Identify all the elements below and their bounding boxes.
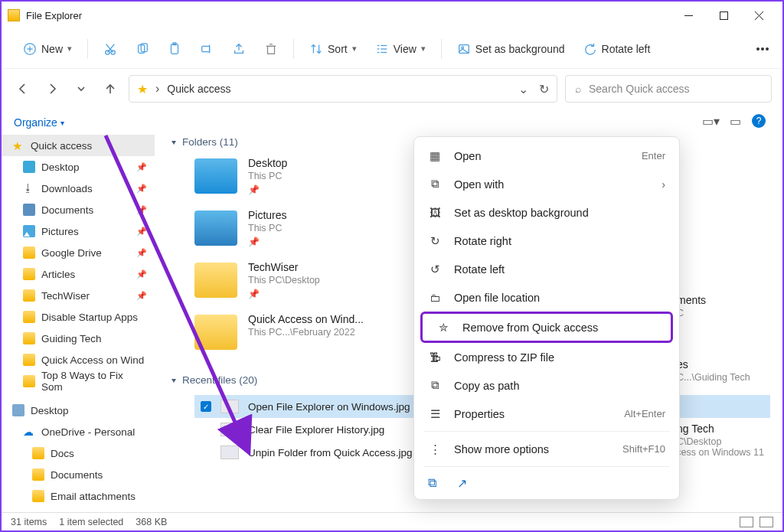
new-button[interactable]: New ▾: [15, 38, 80, 60]
copy-icon[interactable]: ⧉: [428, 476, 443, 491]
share-button[interactable]: [224, 38, 253, 60]
forward-button[interactable]: [41, 78, 63, 100]
star-icon: ★: [12, 139, 24, 152]
checkbox-icon[interactable]: [201, 424, 211, 435]
view-details-button[interactable]: [740, 517, 753, 527]
ctx-properties[interactable]: ☰PropertiesAlt+Enter: [414, 400, 679, 428]
pin-icon: 📌: [136, 162, 147, 172]
sort-button[interactable]: Sort▾: [302, 38, 364, 60]
folder-item-quick-access[interactable]: Quick Access on Wind...This PC...\Februa…: [194, 313, 376, 362]
ctx-compress-zip[interactable]: 🗜Compress to ZIP file: [414, 343, 679, 371]
organize-button[interactable]: Organize ▾: [2, 113, 155, 135]
ctx-set-bg[interactable]: 🖼Set as desktop background: [414, 198, 679, 227]
folder-item-desktop[interactable]: DesktopThis PC📌: [194, 157, 376, 206]
search-placeholder: Search Quick access: [589, 83, 690, 95]
ctx-rotate-right[interactable]: ↻Rotate right: [414, 227, 679, 255]
chevron-down-icon[interactable]: ⌄: [518, 82, 528, 96]
folder-icon: [23, 354, 35, 366]
folder-icon: [32, 468, 44, 481]
share-icon[interactable]: ↗: [457, 476, 472, 491]
folder-icon: [23, 332, 35, 344]
ctx-open-location[interactable]: 🗀Open file location: [414, 283, 679, 312]
pin-icon: 📌: [136, 269, 147, 279]
sidebar-item-guiding-tech[interactable]: Guiding Tech: [2, 328, 155, 349]
svg-rect-15: [202, 46, 210, 51]
set-background-button[interactable]: Set as background: [449, 38, 573, 60]
ctx-show-more[interactable]: ⋮Show more optionsShift+F10: [414, 435, 679, 463]
sidebar-item-onedrive[interactable]: ☁OneDrive - Personal: [2, 421, 155, 442]
view-thumbnails-button[interactable]: [760, 517, 773, 527]
pin-icon: 📌: [248, 237, 287, 247]
svg-point-29: [462, 46, 464, 48]
sidebar-item-desktop[interactable]: Desktop📌: [2, 156, 155, 178]
maximize-button[interactable]: [706, 4, 741, 27]
rotate-left-icon: ↺: [428, 263, 442, 276]
sidebar-item-quick-access[interactable]: ★Quick access: [2, 135, 155, 156]
command-bar: New ▾ Sort▾ View▾ Set as background Rota…: [2, 29, 782, 69]
sidebar-item-techwiser[interactable]: TechWiser📌: [2, 285, 155, 306]
folder-icon: [23, 268, 35, 280]
close-button[interactable]: [741, 4, 776, 27]
cloud-icon: ☁: [23, 426, 35, 438]
rotate-left-button[interactable]: Rotate left: [576, 38, 658, 60]
sidebar-item-docs[interactable]: Docs: [2, 442, 155, 464]
svg-rect-17: [268, 46, 275, 54]
folder-icon: [23, 289, 35, 302]
more-icon: ⋮: [428, 442, 442, 456]
refresh-button[interactable]: ↻: [539, 82, 549, 96]
sidebar-item-articles[interactable]: Articles📌: [2, 263, 155, 285]
sidebar-item-pictures[interactable]: Pictures📌: [2, 220, 155, 242]
paste-button[interactable]: [160, 38, 189, 60]
sidebar-item-top8[interactable]: Top 8 Ways to Fix Som: [2, 370, 155, 392]
sort-label: Sort: [328, 43, 348, 55]
group-button[interactable]: ▭▾: [703, 113, 718, 129]
ctx-copy-path[interactable]: ⧉Copy as path: [414, 371, 679, 400]
sidebar-item-documents2[interactable]: Documents: [2, 464, 155, 485]
sidebar-item-disable-startup[interactable]: Disable Startup Apps: [2, 306, 155, 328]
sidebar-item-google-drive[interactable]: Google Drive📌: [2, 242, 155, 263]
address-bar[interactable]: ★ › Quick access ⌄ ↻: [129, 75, 557, 103]
cut-button[interactable]: [96, 38, 125, 60]
search-input[interactable]: ⌕ Search Quick access: [565, 75, 772, 103]
set-bg-label: Set as background: [475, 43, 565, 55]
checkbox-icon[interactable]: ✓: [201, 401, 211, 412]
pin-icon: 📌: [248, 184, 287, 195]
nav-row: ★ › Quick access ⌄ ↻ ⌕ Search Quick acce…: [2, 69, 782, 109]
sidebar-item-email-att[interactable]: Email attachments: [2, 485, 155, 507]
sidebar-item-desktop-root[interactable]: Desktop: [2, 400, 155, 421]
separator: [423, 466, 670, 467]
overflow-button[interactable]: [756, 47, 769, 51]
new-label: New: [41, 43, 63, 55]
folder-icon: [194, 263, 237, 298]
sidebar-item-downloads[interactable]: ⭳Downloads📌: [2, 178, 155, 199]
recent-button[interactable]: [70, 78, 92, 100]
status-size: 368 KB: [136, 517, 167, 527]
delete-button[interactable]: [256, 38, 286, 60]
sidebar-item-quick-access-wind[interactable]: Quick Access on Wind: [2, 349, 155, 370]
folder-icon: [194, 211, 237, 246]
rename-button[interactable]: [192, 38, 221, 60]
ctx-open-with[interactable]: ⧉Open with›: [414, 170, 679, 198]
pin-icon: 📌: [136, 184, 147, 194]
status-count: 31 items: [11, 517, 47, 527]
help-button[interactable]: ?: [752, 114, 766, 128]
checkbox-icon[interactable]: [201, 447, 211, 458]
folder-item-pictures[interactable]: PicturesThis PC📌: [194, 209, 376, 258]
status-bar: 31 items 1 item selected 368 KB: [2, 512, 782, 530]
desktop-icon: [23, 161, 35, 173]
up-button[interactable]: [100, 78, 121, 100]
minimize-button[interactable]: [671, 4, 706, 27]
rotate-right-icon: ↻: [428, 234, 442, 248]
separator: [423, 431, 670, 432]
copy-button[interactable]: [128, 38, 157, 60]
details-pane-button[interactable]: ▭: [727, 113, 743, 129]
star-icon: ★: [137, 82, 148, 96]
ctx-rotate-left[interactable]: ↺Rotate left: [414, 255, 679, 283]
view-button[interactable]: View▾: [368, 38, 433, 60]
sidebar-item-documents[interactable]: Documents📌: [2, 199, 155, 220]
ctx-open[interactable]: ▦OpenEnter: [414, 142, 679, 170]
open-icon: ▦: [428, 149, 442, 163]
ctx-remove-quick-access[interactable]: ✮Remove from Quick access: [420, 312, 673, 343]
folder-item-techwiser[interactable]: TechWiserThis PC\Desktop📌: [194, 261, 376, 310]
back-button[interactable]: [12, 78, 34, 100]
